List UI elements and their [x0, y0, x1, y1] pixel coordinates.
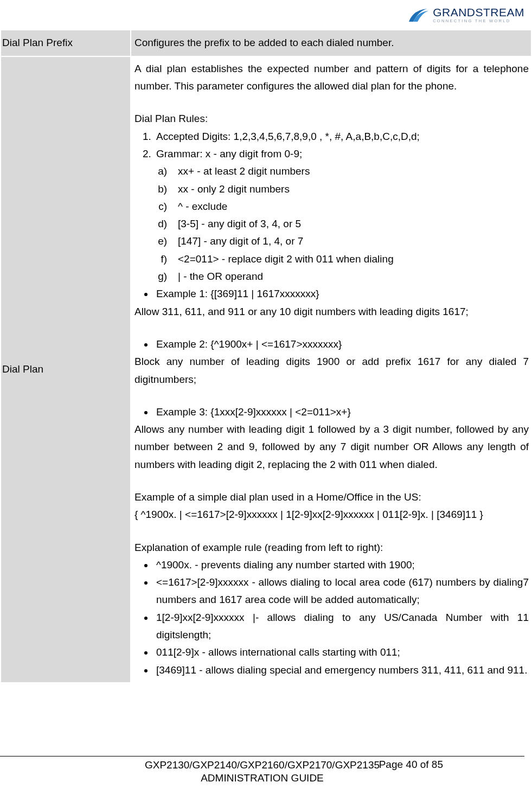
table-row: Dial Plan A dial plan establishes the ex…: [1, 56, 531, 683]
list-item: <2=011> - replace digit 2 with 011 when …: [176, 251, 529, 268]
param-desc: A dial plan establishes the expected num…: [131, 56, 531, 683]
list-item: Example 3: {1xxx[2-9]xxxxxx | <2=011>x+}: [154, 403, 529, 421]
list-item: xx - only 2 digit numbers: [176, 181, 529, 198]
alpha-list: xx+ - at least 2 digit numbers xx - only…: [154, 163, 529, 285]
param-desc: Configures the prefix to be added to eac…: [131, 30, 531, 56]
example-desc: Block any number of leading digits 1900 …: [134, 353, 529, 388]
list-item: 1[2-9]xx[2-9]xxxxxx |- allows dialing to…: [154, 609, 529, 644]
logo-tagline: CONNECTING THE WORLD: [433, 19, 524, 23]
dialplan-intro: A dial plan establishes the expected num…: [134, 60, 529, 95]
footer-title-1: GXP2130/GXP2140/GXP2160/GXP2170/GXP2135: [145, 759, 380, 771]
param-label: Dial Plan: [1, 56, 131, 683]
table-row: Dial Plan Prefix Configures the prefix t…: [1, 30, 531, 56]
example-desc: Allows any number with leading digit 1 f…: [134, 421, 529, 473]
numbered-list: Accepted Digits: 1,2,3,4,5,6,7,8,9,0 , *…: [134, 128, 529, 163]
list-item: ^ - exclude: [176, 198, 529, 215]
bullet-list: Example 3: {1xxx[2-9]xxxxxx | <2=011>x+}: [134, 403, 529, 421]
example-desc: Allow 311, 611, and 911 or any 10 digit …: [134, 303, 529, 320]
list-item: Grammar: x - any digit from 0-9;: [154, 145, 529, 163]
parameters-table: Dial Plan Prefix Configures the prefix t…: [0, 29, 532, 683]
rules-heading: Dial Plan Rules:: [134, 110, 529, 127]
simple-rule: { ^1900x. | <=1617>[2-9]xxxxxx | 1[2-9]x…: [134, 506, 529, 523]
list-item: Example 2: {^1900x+ | <=1617>xxxxxxx}: [154, 336, 529, 353]
list-item: ^1900x. - prevents dialing any number st…: [154, 556, 529, 574]
footer-title-2: ADMINISTRATION GUIDE: [201, 772, 324, 784]
footer-divider: [0, 756, 524, 756]
list-item: [3469]11 - allows dialing special and em…: [154, 662, 529, 679]
list-item: | - the OR operand: [176, 268, 529, 285]
explain-heading: Explanation of example rule (reading fro…: [134, 539, 529, 556]
list-item: <=1617>[2-9]xxxxxx - allows dialing to l…: [154, 574, 529, 609]
list-item: Example 1: {[369]11 | 1617xxxxxxx}: [154, 285, 529, 303]
grandstream-swoosh-icon: [406, 5, 430, 24]
list-item: [147] - any digit of 1, 4, or 7: [176, 233, 529, 250]
page-footer: GXP2130/GXP2140/GXP2160/GXP2170/GXP2135 …: [0, 756, 532, 785]
param-label: Dial Plan Prefix: [1, 30, 131, 56]
simple-heading: Example of a simple dial plan used in a …: [134, 489, 529, 506]
logo-brand-text: GRANDSTREAM: [433, 7, 524, 18]
bullet-list: ^1900x. - prevents dialing any number st…: [134, 556, 529, 679]
list-item: Accepted Digits: 1,2,3,4,5,6,7,8,9,0 , *…: [154, 128, 529, 145]
bullet-list: Example 2: {^1900x+ | <=1617>xxxxxxx}: [134, 336, 529, 353]
list-item: 011[2-9]x - allows international calls s…: [154, 644, 529, 661]
footer-title: GXP2130/GXP2140/GXP2160/GXP2170/GXP2135 …: [145, 759, 380, 785]
bullet-list: Example 1: {[369]11 | 1617xxxxxxx}: [134, 285, 529, 303]
list-item: xx+ - at least 2 digit numbers: [176, 163, 529, 180]
page-header: GRANDSTREAM CONNECTING THE WORLD: [0, 0, 532, 29]
brand-logo: GRANDSTREAM CONNECTING THE WORLD: [406, 5, 524, 24]
page-number: Page 40 of 85: [379, 759, 443, 771]
list-item: [3-5] - any digit of 3, 4, or 5: [176, 215, 529, 233]
